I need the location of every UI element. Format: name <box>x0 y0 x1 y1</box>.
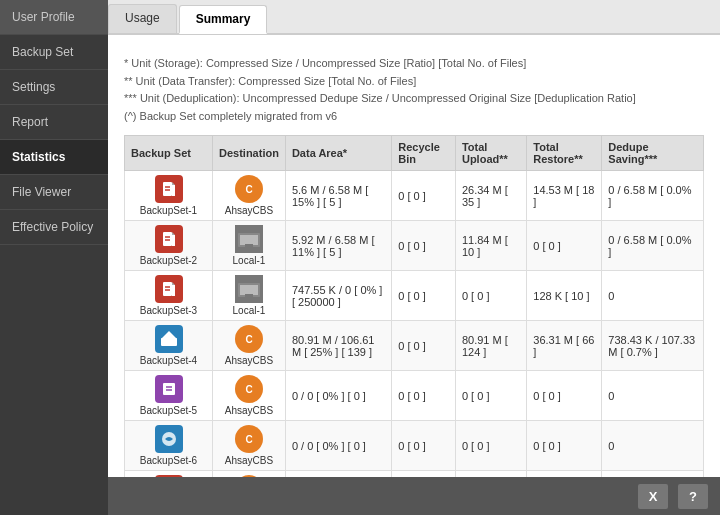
data-cell: 0 / 6.58 M [ 0.0% ] <box>602 221 704 271</box>
data-cell: 0 [ 0 ] <box>527 221 602 271</box>
note-line: * Unit (Storage): Compressed Size / Unco… <box>124 55 704 73</box>
svg-marker-8 <box>172 232 175 235</box>
data-cell: 0 / 6.58 M [ 0.0% ] <box>602 171 704 221</box>
backup-icon <box>155 425 183 453</box>
data-cell: 0 [ 0 ] <box>455 271 526 321</box>
data-cell: 80.91 M [ 124 ] <box>455 321 526 371</box>
svg-rect-27 <box>163 383 175 395</box>
destination-name: AhsayCBS <box>225 455 273 466</box>
backup-set-name: BackupSet-4 <box>140 355 197 366</box>
data-cell: 0 [ 0 ] <box>392 171 456 221</box>
destination-cell: Local-1 <box>213 271 286 321</box>
data-cell: 0 [ 0 ] <box>527 371 602 421</box>
table-row: BackupSet-2Local-15.92 M / 6.58 M [ 11% … <box>125 221 704 271</box>
col-header: Total Upload** <box>455 136 526 171</box>
data-cell: 0 [ 0 ] <box>392 321 456 371</box>
sidebar-item-settings[interactable]: Settings <box>0 70 108 105</box>
svg-rect-7 <box>163 232 172 246</box>
table-row: BackupSet-6CAhsayCBS0 / 0 [ 0% ] [ 0 ]0 … <box>125 421 704 471</box>
data-cell: 0 [ 0 ] <box>392 421 456 471</box>
data-cell: 0 <box>602 421 704 471</box>
svg-text:C: C <box>245 184 252 195</box>
local-icon <box>235 275 263 303</box>
svg-text:C: C <box>245 334 252 345</box>
data-cell: 0 [ 0 ] <box>455 421 526 471</box>
backup-icon <box>155 375 183 403</box>
svg-marker-16 <box>172 282 175 285</box>
destination-cell: CAhsayCBS <box>213 421 286 471</box>
destination-cell: CAhsayCBS <box>213 321 286 371</box>
sidebar: User ProfileBackup SetSettingsReportStat… <box>0 0 108 515</box>
svg-rect-22 <box>245 294 253 297</box>
data-cell: 128 K [ 10 ] <box>527 271 602 321</box>
backup-set-name: BackupSet-1 <box>140 205 197 216</box>
svg-text:C: C <box>245 384 252 395</box>
table-row: BackupSet-5CAhsayCBS0 / 0 [ 0% ] [ 0 ]0 … <box>125 371 704 421</box>
data-cell: 0 <box>602 371 704 421</box>
sidebar-item-user-profile[interactable]: User Profile <box>0 0 108 35</box>
col-header: Total Restore** <box>527 136 602 171</box>
destination-name: Local-1 <box>233 255 266 266</box>
sidebar-item-file-viewer[interactable]: File Viewer <box>0 175 108 210</box>
backup-set-cell: BackupSet-6 <box>125 421 213 471</box>
destination-cell: CAhsayCBS <box>213 371 286 421</box>
note-line: ** Unit (Data Transfer): Compressed Size… <box>124 73 704 91</box>
main-panel: UsageSummary * Unit (Storage): Compresse… <box>108 0 720 515</box>
destination-name: AhsayCBS <box>225 355 273 366</box>
svg-rect-21 <box>240 285 258 295</box>
svg-rect-15 <box>163 282 172 296</box>
col-header: Recycle Bin <box>392 136 456 171</box>
col-header: Backup Set <box>125 136 213 171</box>
sidebar-item-report[interactable]: Report <box>0 105 108 140</box>
data-cell: 0 / 0 [ 0% ] [ 0 ] <box>285 371 391 421</box>
ahsay-icon: C <box>235 175 263 203</box>
sidebar-item-effective-policy[interactable]: Effective Policy <box>0 210 108 245</box>
help-btn[interactable]: ? <box>678 484 708 509</box>
svg-rect-13 <box>240 235 258 245</box>
backup-set-cell: BackupSet-2 <box>125 221 213 271</box>
data-cell: 0 [ 0 ] <box>392 371 456 421</box>
ahsay-icon: C <box>235 375 263 403</box>
notes-section: * Unit (Storage): Compressed Size / Unco… <box>124 55 704 125</box>
svg-rect-23 <box>161 338 177 346</box>
sidebar-item-backup-set[interactable]: Backup Set <box>0 35 108 70</box>
backup-icon <box>155 275 183 303</box>
data-cell: 738.43 K / 107.33 M [ 0.7% ] <box>602 321 704 371</box>
data-cell: 0 [ 0 ] <box>527 421 602 471</box>
backup-set-name: BackupSet-5 <box>140 405 197 416</box>
data-cell: 5.92 M / 6.58 M [ 11% ] [ 5 ] <box>285 221 391 271</box>
svg-rect-9 <box>172 235 175 246</box>
backup-icon <box>155 225 183 253</box>
data-cell: 80.91 M / 106.61 M [ 25% ] [ 139 ] <box>285 321 391 371</box>
col-header: Dedupe Saving*** <box>602 136 704 171</box>
tab-usage[interactable]: Usage <box>108 4 177 33</box>
col-header: Data Area* <box>285 136 391 171</box>
data-cell: 0 / 0 [ 0% ] [ 0 ] <box>285 421 391 471</box>
backup-icon <box>155 325 183 353</box>
table-row: BackupSet-3Local-1747.55 K / 0 [ 0% ] [ … <box>125 271 704 321</box>
data-cell: 0 <box>602 271 704 321</box>
table-header-row: Backup SetDestinationData Area*Recycle B… <box>125 136 704 171</box>
sidebar-item-statistics[interactable]: Statistics <box>0 140 108 175</box>
destination-name: AhsayCBS <box>225 405 273 416</box>
note-line: *** Unit (Deduplication): Uncompressed D… <box>124 90 704 108</box>
destination-name: AhsayCBS <box>225 205 273 216</box>
bottom-bar: X? <box>108 477 720 515</box>
backup-set-cell: BackupSet-5 <box>125 371 213 421</box>
content-area: * Unit (Storage): Compressed Size / Unco… <box>108 35 720 477</box>
close-btn[interactable]: X <box>638 484 668 509</box>
data-cell: 0 [ 0 ] <box>392 271 456 321</box>
backup-set-cell: BackupSet-1 <box>125 171 213 221</box>
svg-rect-2 <box>172 185 175 196</box>
data-cell: 5.6 M / 6.58 M [ 15% ] [ 5 ] <box>285 171 391 221</box>
data-cell: 26.34 M [ 35 ] <box>455 171 526 221</box>
destination-name: Local-1 <box>233 305 266 316</box>
svg-text:C: C <box>245 434 252 445</box>
svg-rect-17 <box>172 285 175 296</box>
destination-cell: CAhsayCBS <box>213 171 286 221</box>
backup-icon <box>155 175 183 203</box>
table-row: BackupSet-4CAhsayCBS80.91 M / 106.61 M [… <box>125 321 704 371</box>
table-row: BackupSet-1CAhsayCBS5.6 M / 6.58 M [ 15%… <box>125 171 704 221</box>
tab-summary[interactable]: Summary <box>179 5 268 34</box>
data-cell: 11.84 M [ 10 ] <box>455 221 526 271</box>
